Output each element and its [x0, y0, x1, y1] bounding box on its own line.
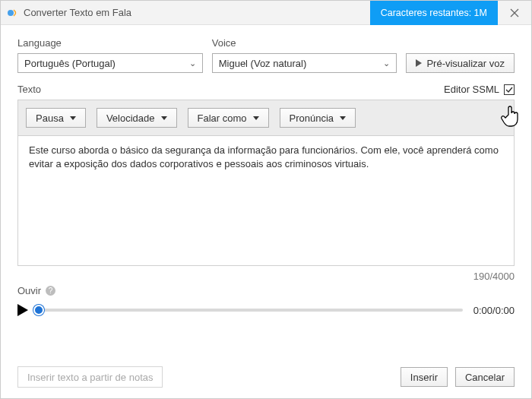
play-icon: [416, 59, 422, 67]
ssml-toolbar: Pausa Velocidade Falar como Pronúncia: [17, 100, 515, 135]
ssml-checkbox[interactable]: [504, 84, 515, 95]
seek-slider[interactable]: [39, 309, 463, 312]
dialog-window: Converter Texto em Fala Caracteres resta…: [0, 0, 532, 399]
titlebar: Converter Texto em Fala Caracteres resta…: [1, 1, 531, 25]
close-icon: [510, 8, 519, 17]
seek-thumb[interactable]: [33, 305, 44, 315]
caret-down-icon: [253, 116, 259, 120]
svg-point-0: [8, 10, 14, 16]
text-input[interactable]: Este curso aborda o básico da segurança …: [17, 135, 515, 266]
insert-from-notes-label: Inserir texto a partir de notas: [27, 372, 153, 383]
chars-remaining-badge: Caracteres restantes: 1M: [370, 1, 498, 25]
close-button[interactable]: [498, 1, 531, 25]
ouvir-label: Ouvir: [17, 285, 41, 296]
svg-marker-3: [416, 59, 422, 67]
language-label: Language: [17, 37, 203, 49]
play-icon: [17, 304, 28, 316]
caret-down-icon: [70, 116, 76, 120]
caret-down-icon: [340, 116, 346, 120]
app-icon: [7, 7, 19, 19]
help-icon[interactable]: ?: [46, 286, 55, 296]
voice-label: Voice: [212, 37, 397, 49]
voice-select[interactable]: Miguel (Voz natural) ⌄: [212, 53, 397, 73]
falar-como-dropdown[interactable]: Falar como: [188, 108, 269, 128]
caret-down-icon: [161, 116, 167, 120]
pronuncia-label: Pronúncia: [290, 112, 334, 124]
timecode: 0:00/0:00: [473, 305, 515, 316]
play-button[interactable]: [17, 304, 28, 316]
insert-from-notes-button[interactable]: Inserir texto a partir de notas: [17, 366, 163, 388]
dialog-content: Language Português (Portugal) ⌄ Voice Mi…: [1, 25, 531, 398]
preview-voice-label: Pré-visualizar voz: [426, 58, 505, 69]
voice-select-value: Miguel (Voz natural): [219, 58, 307, 69]
chevron-down-icon: ⌄: [383, 59, 390, 68]
language-select-value: Português (Portugal): [24, 58, 116, 69]
char-counter: 190/4000: [17, 271, 515, 282]
cancel-label: Cancelar: [465, 372, 505, 383]
window-title: Converter Texto em Fala: [24, 7, 131, 18]
chevron-down-icon: ⌄: [189, 59, 196, 68]
velocidade-dropdown[interactable]: Velocidade: [97, 108, 177, 128]
preview-voice-button[interactable]: Pré-visualizar voz: [406, 53, 515, 73]
texto-label: Texto: [17, 84, 41, 95]
insert-button[interactable]: Inserir: [401, 367, 448, 387]
language-select[interactable]: Português (Portugal) ⌄: [17, 53, 203, 73]
falar-como-label: Falar como: [198, 112, 247, 124]
ssml-editor-label: Editor SSML: [444, 84, 499, 95]
pausa-label: Pausa: [36, 112, 64, 124]
pausa-dropdown[interactable]: Pausa: [26, 108, 86, 128]
ssml-editor-toggle[interactable]: Editor SSML: [444, 84, 515, 95]
pronuncia-dropdown[interactable]: Pronúncia: [280, 108, 356, 128]
check-icon: [505, 86, 513, 93]
insert-label: Inserir: [410, 372, 438, 383]
audio-player: 0:00/0:00: [17, 304, 515, 316]
velocidade-label: Velocidade: [106, 112, 155, 124]
cancel-button[interactable]: Cancelar: [455, 367, 515, 387]
